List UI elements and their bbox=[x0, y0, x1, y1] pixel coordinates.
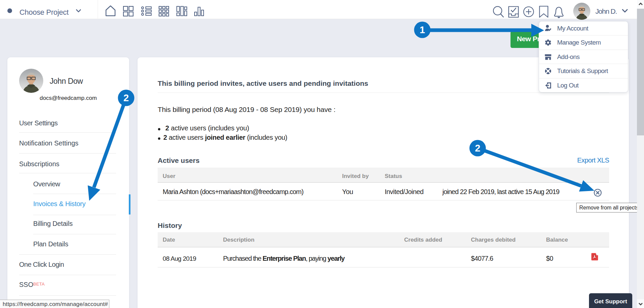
svg-text:2: 2 bbox=[123, 93, 129, 103]
svg-text:1: 1 bbox=[420, 24, 425, 35]
svg-text:2: 2 bbox=[475, 143, 480, 153]
